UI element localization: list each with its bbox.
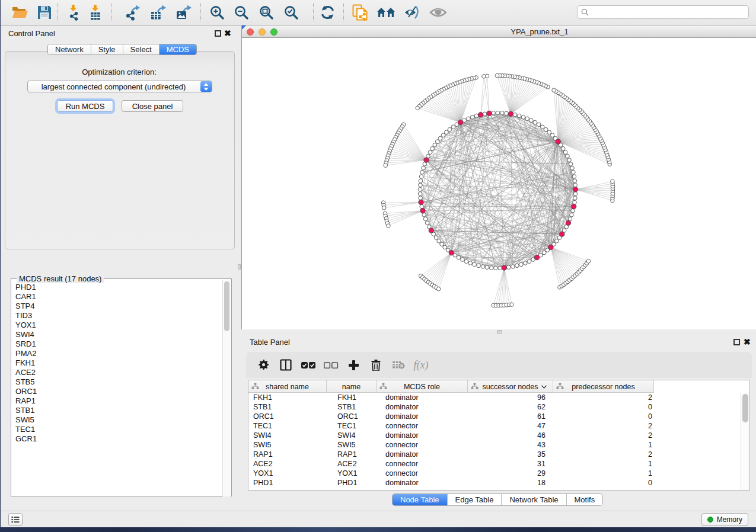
graph-node[interactable] xyxy=(467,117,471,121)
table-tab-edge-table[interactable]: Edge Table xyxy=(448,494,502,505)
graph-node[interactable] xyxy=(573,192,578,196)
graph-node[interactable] xyxy=(489,266,493,270)
search-input[interactable] xyxy=(591,8,739,17)
graph-node[interactable] xyxy=(571,209,575,213)
graph-node[interactable] xyxy=(542,251,546,255)
graph-node[interactable] xyxy=(422,166,426,171)
graph-node[interactable] xyxy=(457,255,461,259)
graph-node[interactable] xyxy=(419,183,423,187)
mcds-result-item[interactable]: TEC1 xyxy=(12,425,220,434)
graph-hub-node[interactable] xyxy=(487,111,492,116)
graph-node[interactable] xyxy=(573,196,578,200)
graph-node[interactable] xyxy=(540,125,544,129)
column-visibility-icon[interactable] xyxy=(278,357,294,373)
graph-node[interactable] xyxy=(425,221,429,225)
graph-leaf-node[interactable] xyxy=(485,74,489,78)
graph-node[interactable] xyxy=(483,112,487,116)
graph-node[interactable] xyxy=(448,127,452,132)
table-row[interactable]: TEC1TEC1connector472 xyxy=(248,421,749,431)
mcds-result-item[interactable]: ORC1 xyxy=(12,387,220,396)
graph-hub-node[interactable] xyxy=(478,113,483,117)
graph-leaf-node[interactable] xyxy=(495,73,499,78)
graph-hub-node[interactable] xyxy=(458,120,462,124)
graph-node[interactable] xyxy=(567,158,572,162)
graph-node[interactable] xyxy=(470,115,474,119)
deselect-all-icon[interactable] xyxy=(323,357,339,373)
table-settings-icon[interactable] xyxy=(256,357,271,373)
mcds-result-item[interactable]: STB1 xyxy=(12,406,220,415)
graph-leaf-node[interactable] xyxy=(586,259,591,264)
graph-node[interactable] xyxy=(481,265,485,269)
graph-hub-node[interactable] xyxy=(420,209,425,213)
graph-node[interactable] xyxy=(445,130,449,134)
graph-hub-node[interactable] xyxy=(560,232,564,236)
graph-node[interactable] xyxy=(537,123,541,127)
graph-leaf-node[interactable] xyxy=(510,303,514,307)
import-table-icon[interactable] xyxy=(86,3,105,22)
table-panel-close-button[interactable]: ✖ xyxy=(744,338,752,347)
mcds-result-item[interactable]: STB5 xyxy=(12,377,220,387)
graph-node[interactable] xyxy=(461,258,465,262)
mcds-result-item[interactable]: TID3 xyxy=(12,311,220,321)
mcds-result-item[interactable]: SRD1 xyxy=(12,339,220,349)
graph-leaf-node[interactable] xyxy=(382,206,386,210)
graph-node[interactable] xyxy=(529,118,534,123)
table-tab-network-table[interactable]: Network Table xyxy=(502,494,566,505)
graph-node[interactable] xyxy=(569,162,573,166)
network-manager-icon[interactable] xyxy=(377,3,395,22)
optimization-criterion-select[interactable]: largest connected component (undirected) xyxy=(27,81,212,92)
select-all-icon[interactable] xyxy=(301,357,316,373)
graph-node[interactable] xyxy=(434,236,438,240)
graph-hub-node[interactable] xyxy=(502,265,506,270)
graph-node[interactable] xyxy=(440,242,444,246)
delete-column-icon[interactable] xyxy=(368,357,384,373)
graph-node[interactable] xyxy=(428,150,432,155)
graph-node[interactable] xyxy=(544,127,548,132)
network-window-titlebar[interactable]: YPA_prune.txt_1 xyxy=(241,25,756,38)
graph-node[interactable] xyxy=(477,264,481,268)
horizontal-splitter-grip[interactable] xyxy=(497,330,502,334)
node-table-scrollbar[interactable] xyxy=(741,393,749,491)
mcds-result-item[interactable]: CAR1 xyxy=(12,292,220,302)
mcds-result-item[interactable]: PMA2 xyxy=(12,349,220,358)
graph-node[interactable] xyxy=(423,217,428,221)
column-header-name[interactable]: name xyxy=(327,380,377,393)
table-row[interactable]: SWI5SWI5connector431 xyxy=(248,440,749,450)
graph-node[interactable] xyxy=(492,111,496,115)
graph-node[interactable] xyxy=(506,265,511,270)
graph-node[interactable] xyxy=(573,179,577,183)
graph-node[interactable] xyxy=(441,133,445,137)
table-row[interactable]: SWI4SWI4dominator462 xyxy=(248,431,749,440)
graph-node[interactable] xyxy=(533,120,537,124)
mcds-result-item[interactable]: STP4 xyxy=(12,302,220,311)
table-row[interactable]: FKH1FKH1dominator962 xyxy=(248,393,749,402)
zoom-fit-icon[interactable] xyxy=(257,3,276,22)
table-row[interactable]: ORC1ORC1dominator610 xyxy=(248,412,749,421)
graph-node[interactable] xyxy=(494,266,498,270)
graph-hub-node[interactable] xyxy=(508,111,513,116)
graph-node[interactable] xyxy=(468,261,473,265)
graph-node[interactable] xyxy=(555,239,559,243)
graph-node[interactable] xyxy=(435,140,439,144)
control-panel-tab-select[interactable]: Select xyxy=(123,44,160,55)
graph-node[interactable] xyxy=(570,213,574,217)
task-history-button[interactable] xyxy=(8,513,23,526)
graph-hub-node[interactable] xyxy=(573,187,578,192)
graph-hub-node[interactable] xyxy=(548,245,553,249)
mcds-result-item[interactable]: SWI5 xyxy=(12,415,220,425)
graph-hub-node[interactable] xyxy=(556,139,560,144)
graph-node[interactable] xyxy=(572,171,576,175)
graph-node[interactable] xyxy=(525,117,529,121)
graph-node[interactable] xyxy=(485,265,489,270)
column-header-shared-name[interactable]: shared name xyxy=(248,380,327,393)
graph-node[interactable] xyxy=(419,179,423,183)
table-row[interactable]: YOX1YOX1connector291 xyxy=(248,469,749,478)
graph-node[interactable] xyxy=(521,115,525,119)
table-panel-float-button[interactable] xyxy=(733,339,740,345)
graph-node[interactable] xyxy=(500,111,505,115)
graph-node[interactable] xyxy=(419,175,423,179)
mcds-result-list[interactable]: PHD1CAR1STP4TID3YOX1SWI4SRD1PMA2FKH1ACE2… xyxy=(12,283,220,496)
graph-hub-node[interactable] xyxy=(449,250,454,255)
graph-hub-node[interactable] xyxy=(424,158,429,162)
mcds-result-item[interactable]: SWI4 xyxy=(12,330,220,339)
